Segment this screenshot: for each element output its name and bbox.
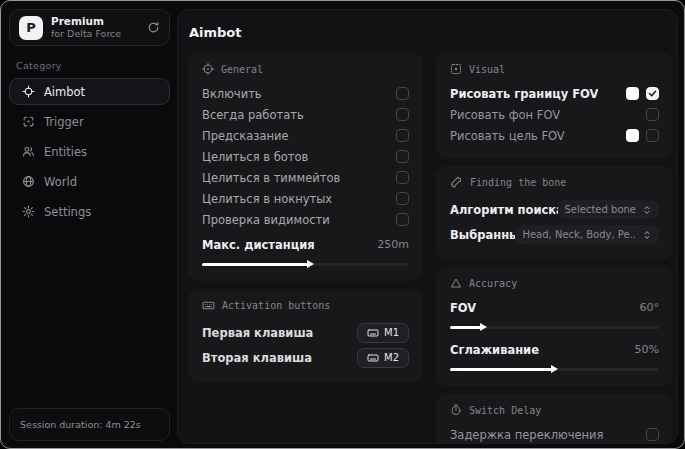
chevron-up-down-icon [642, 205, 652, 215]
session-duration-label: Session duration: 4m 22s [20, 419, 141, 430]
main-content: Aimbot General Включить [177, 9, 678, 444]
selected-bones-row: Выбранные кос Head, Neck, Body, Pe.. [450, 222, 659, 247]
trigger-crosshair-icon [22, 115, 35, 128]
draw-fov-border-row: Рисовать границу FOV [450, 83, 659, 104]
always-work-checkbox[interactable] [396, 108, 409, 121]
bone-algorithm-select[interactable]: Selected bone [558, 200, 659, 219]
smoothing-slider[interactable] [450, 363, 659, 374]
sidebar-item-label: Settings [44, 205, 91, 219]
sidebar-item-label: Entities [44, 145, 87, 159]
globe-icon [22, 175, 35, 188]
sidebar: P Premium for Delta Force Category Aimbo… [9, 9, 170, 441]
switch-delay-panel: Switch Delay Задержка переключения Задер… [436, 394, 673, 444]
bone-icon [450, 176, 463, 189]
brand-subtitle: for Delta Force [51, 28, 139, 40]
target-teammates-checkbox[interactable] [396, 171, 409, 184]
setting-row-target-knocked: Целиться в нокнутых [202, 188, 409, 209]
max-distance-row: Макс. дистанция 250m [202, 234, 409, 255]
sidebar-item-aimbot[interactable]: Aimbot [9, 78, 170, 105]
general-panel: General Включить Всегда работать Предска… [188, 53, 423, 281]
bone-algorithm-row: Алгоритм поиска кост Selected bone [450, 197, 659, 222]
finding-the-bone-panel: Finding the bone Алгоритм поиска кост Se… [436, 166, 673, 259]
page-title: Aimbot [189, 25, 667, 40]
brand-logo: P [19, 16, 43, 40]
panel-title: Visual [469, 64, 505, 75]
sidebar-item-world[interactable]: World [9, 168, 170, 195]
visibility-check-checkbox[interactable] [396, 213, 409, 226]
max-distance-slider[interactable] [202, 258, 409, 269]
max-distance-value: 250m [377, 238, 409, 251]
draw-fov-background-row: Рисовать фон FOV [450, 104, 659, 125]
keyboard-icon [367, 352, 379, 364]
draw-fov-target-checkbox[interactable] [646, 129, 659, 142]
second-key-row: Вторая клавиша M2 [202, 345, 409, 370]
sidebar-item-entities[interactable]: Entities [9, 138, 170, 165]
sidebar-item-trigger[interactable]: Trigger [9, 108, 170, 135]
accuracy-panel: Accuracy FOV 60° Сглаживание 50% [436, 267, 673, 386]
setting-row-target-bots: Целиться в ботов [202, 146, 409, 167]
prediction-checkbox[interactable] [396, 129, 409, 142]
sidebar-item-label: World [44, 175, 77, 189]
brand-card: P Premium for Delta Force [9, 9, 170, 46]
panel-title: Switch Delay [469, 405, 541, 416]
session-duration-card: Session duration: 4m 22s [9, 408, 170, 441]
refresh-icon[interactable] [147, 21, 160, 34]
keyboard-icon [202, 299, 215, 312]
sidebar-item-label: Aimbot [44, 85, 85, 99]
fov-slider[interactable] [450, 321, 659, 332]
eye-frame-icon [450, 63, 462, 75]
category-label: Category [16, 60, 170, 71]
setting-row-target-teammates: Целиться в тиммейтов [202, 167, 409, 188]
aim-crosshair-icon [22, 85, 35, 98]
smoothing-row: Сглаживание 50% [450, 339, 659, 360]
first-key-button[interactable]: M1 [357, 323, 409, 343]
app-window: P Premium for Delta Force Category Aimbo… [0, 0, 685, 449]
gear-icon [22, 205, 35, 218]
first-key-row: Первая клавиша M1 [202, 320, 409, 345]
panel-title: General [221, 64, 263, 75]
chevron-up-down-icon [642, 230, 652, 240]
sidebar-item-label: Trigger [44, 115, 84, 129]
panel-title: Accuracy [469, 278, 517, 289]
draw-fov-border-checkbox[interactable] [646, 87, 659, 100]
panel-title: Finding the bone [470, 177, 566, 188]
setting-row-always-work: Всегда работать [202, 104, 409, 125]
second-key-button[interactable]: M2 [357, 348, 409, 368]
fov-value: 60° [640, 301, 660, 314]
triangle-icon [450, 277, 462, 289]
selected-bones-select[interactable]: Head, Neck, Body, Pe.. [515, 225, 659, 244]
smoothing-value: 50% [635, 343, 659, 356]
visual-panel: Visual Рисовать границу FOV Рисовать фон… [436, 53, 673, 158]
sidebar-item-settings[interactable]: Settings [9, 198, 170, 225]
switch-delay-checkbox[interactable] [646, 428, 659, 441]
draw-fov-background-checkbox[interactable] [646, 108, 659, 121]
fov-target-color-swatch[interactable] [626, 129, 639, 142]
fov-border-color-swatch[interactable] [626, 87, 639, 100]
brand-title: Premium [51, 15, 139, 28]
switch-delay-toggle-row: Задержка переключения [450, 424, 659, 444]
setting-row-visibility-check: Проверка видимости [202, 209, 409, 230]
target-icon [202, 63, 214, 75]
keyboard-icon [367, 327, 379, 339]
setting-row-prediction: Предсказание [202, 125, 409, 146]
fov-row: FOV 60° [450, 297, 659, 318]
enable-checkbox[interactable] [396, 87, 409, 100]
setting-row-enable: Включить [202, 83, 409, 104]
target-bots-checkbox[interactable] [396, 150, 409, 163]
target-knocked-checkbox[interactable] [396, 192, 409, 205]
panel-title: Activation buttons [222, 300, 330, 311]
activation-buttons-panel: Activation buttons Первая клавиша M1 [188, 289, 423, 382]
entities-icon [22, 145, 35, 158]
draw-fov-target-row: Рисовать цель FOV [450, 125, 659, 146]
timer-icon [450, 404, 462, 416]
